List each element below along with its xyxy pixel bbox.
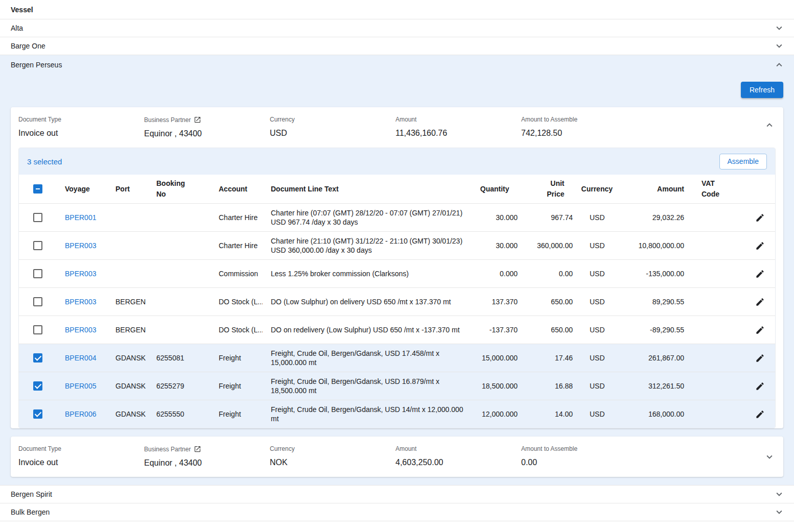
accordion-bulk-bergen[interactable]: Bulk Bergen bbox=[0, 503, 794, 521]
amount-cell: 312,261.50 bbox=[613, 372, 702, 400]
quantity-cell: 30.000 bbox=[478, 232, 529, 259]
account-cell: Freight bbox=[212, 372, 263, 400]
row-select-cell bbox=[19, 372, 57, 400]
row-checkbox[interactable] bbox=[33, 409, 42, 419]
business-partner-label-text: Business Partner bbox=[144, 446, 191, 453]
collapse-card-button[interactable] bbox=[763, 118, 776, 132]
refresh-button[interactable]: Refresh bbox=[741, 82, 783, 98]
edit-line-button[interactable] bbox=[754, 239, 766, 252]
assemble-button[interactable]: Assemble bbox=[719, 154, 767, 170]
row-select-cell bbox=[19, 316, 57, 344]
voyage-cell: BPER001 bbox=[57, 204, 107, 231]
quantity-cell: 30.000 bbox=[478, 204, 529, 231]
amount-cell: 261,867.00 bbox=[613, 344, 702, 372]
vat-code-header-text: VAT Code bbox=[702, 178, 723, 200]
chevron-down-icon bbox=[774, 22, 785, 34]
voyage-link[interactable]: BPER003 bbox=[65, 269, 96, 278]
row-checkbox[interactable] bbox=[33, 297, 42, 306]
booking-no-cell: 6255081 bbox=[148, 344, 212, 372]
pencil-icon bbox=[755, 297, 765, 307]
expand-card-button[interactable] bbox=[763, 450, 776, 464]
edit-line-button[interactable] bbox=[754, 211, 766, 224]
accordion-bergen-spirit[interactable]: Bergen Spirit bbox=[0, 486, 794, 503]
booking-no-cell bbox=[148, 316, 212, 344]
edit-line-button[interactable] bbox=[754, 296, 766, 308]
currency-cell: USD bbox=[581, 372, 613, 400]
accordion-bergen-perseus[interactable]: Bergen Perseus bbox=[0, 55, 794, 75]
voyage-cell: BPER005 bbox=[57, 372, 107, 400]
column-header-port: Port bbox=[107, 175, 148, 203]
row-checkbox[interactable] bbox=[33, 241, 42, 250]
row-checkbox[interactable] bbox=[33, 325, 42, 334]
field-amount-to-assemble: Amount to Assemble 742,128.50 bbox=[521, 116, 755, 138]
section-toolbar: Refresh bbox=[0, 75, 794, 98]
vat-code-cell bbox=[702, 344, 744, 372]
table-row: BPER003 Charter Hire Charter hire (21:10… bbox=[19, 232, 775, 260]
voyage-link[interactable]: BPER004 bbox=[65, 353, 96, 362]
amount-to-assemble-value: 742,128.50 bbox=[521, 128, 749, 138]
document-line-text-cell: Charter hire (07:07 (GMT) 28/12/20 - 07:… bbox=[263, 204, 478, 231]
currency-value: NOK bbox=[270, 457, 389, 467]
accordion-label: Bergen Perseus bbox=[11, 61, 62, 69]
voyage-link[interactable]: BPER005 bbox=[65, 381, 96, 391]
voyage-link[interactable]: BPER003 bbox=[65, 297, 96, 306]
field-currency: Currency USD bbox=[270, 116, 395, 138]
row-checkbox[interactable] bbox=[33, 269, 42, 278]
currency-value: USD bbox=[270, 128, 389, 138]
field-amount: Amount 4,603,250.00 bbox=[395, 445, 521, 468]
column-header-voyage: Voyage bbox=[57, 175, 107, 203]
pencil-icon bbox=[755, 381, 765, 391]
accordion-alta[interactable]: Alta bbox=[0, 19, 794, 37]
document-line-text-cell: DO (Low Sulphur) on delivery USD 650 /mt… bbox=[263, 288, 478, 316]
table-header-row: Voyage Port Booking No Account Document … bbox=[19, 175, 775, 204]
voyage-link[interactable]: BPER003 bbox=[65, 241, 96, 250]
edit-line-button[interactable] bbox=[754, 380, 766, 393]
field-amount: Amount 11,436,160.76 bbox=[395, 116, 521, 138]
accordion-barge-one[interactable]: Barge One bbox=[0, 37, 794, 55]
edit-line-button[interactable] bbox=[754, 408, 766, 421]
port-cell bbox=[107, 232, 148, 259]
voyage-cell: BPER003 bbox=[57, 288, 107, 316]
accordion-label: Barge One bbox=[11, 42, 45, 50]
table-row: BPER003 BERGEN DO Stock (L... DO (Low Su… bbox=[19, 288, 775, 316]
edit-cell bbox=[744, 260, 775, 287]
column-header-document-line-text: Document Line Text bbox=[263, 175, 470, 203]
port-cell: BERGEN bbox=[107, 316, 148, 344]
quantity-cell: -137.370 bbox=[478, 316, 529, 344]
unit-price-cell: 360,000.00 bbox=[529, 232, 581, 259]
document-line-text-cell: Freight, Crude Oil, Bergen/Gdansk, USD 1… bbox=[263, 372, 478, 400]
table-row: BPER006 GDANSK 6255550 Freight Freight, … bbox=[19, 400, 775, 428]
edit-line-button[interactable] bbox=[754, 352, 766, 365]
voyage-cell: BPER003 bbox=[57, 232, 107, 259]
accordion-label: Alta bbox=[11, 24, 23, 32]
booking-no-cell: 6255279 bbox=[148, 372, 212, 400]
business-partner-value: Equinor , 43400 bbox=[144, 129, 264, 138]
unit-price-cell: 0.00 bbox=[529, 260, 581, 287]
column-header-edit bbox=[744, 175, 775, 203]
booking-no-header-text: Booking No bbox=[156, 178, 188, 200]
row-checkbox[interactable] bbox=[33, 353, 42, 362]
document-line-text-cell: Less 1.25% broker commission (Clarksons) bbox=[263, 260, 478, 287]
select-all-checkbox[interactable] bbox=[33, 184, 42, 194]
column-header-quantity: Quantity bbox=[470, 175, 521, 203]
open-in-new-icon[interactable] bbox=[194, 116, 201, 124]
vat-code-cell bbox=[702, 260, 744, 287]
voyage-link[interactable]: BPER001 bbox=[65, 213, 96, 222]
edit-line-button[interactable] bbox=[754, 268, 766, 280]
unit-price-cell: 967.74 bbox=[529, 204, 581, 231]
amount-label: Amount bbox=[395, 445, 515, 452]
voyage-link[interactable]: BPER006 bbox=[65, 409, 96, 419]
edit-cell bbox=[744, 204, 775, 231]
amount-cell: -135,000.00 bbox=[613, 260, 702, 287]
pencil-icon bbox=[755, 325, 765, 335]
selected-count: 3 selected bbox=[27, 157, 62, 166]
voyage-link[interactable]: BPER003 bbox=[65, 325, 96, 334]
row-checkbox[interactable] bbox=[33, 213, 42, 222]
currency-cell: USD bbox=[581, 260, 613, 287]
open-in-new-icon[interactable] bbox=[194, 445, 201, 453]
edit-line-button[interactable] bbox=[754, 324, 766, 336]
document-summary-fields: Document Type Invoice out Business Partn… bbox=[11, 107, 783, 148]
quantity-cell: 137.370 bbox=[478, 288, 529, 316]
row-checkbox[interactable] bbox=[33, 381, 42, 391]
port-cell: GDANSK bbox=[107, 400, 148, 428]
